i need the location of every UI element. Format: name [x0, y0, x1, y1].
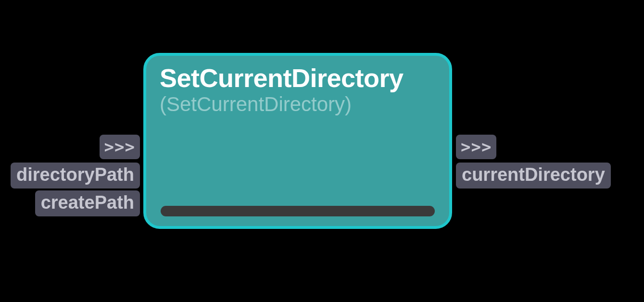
- input-exec-port[interactable]: >>>: [100, 135, 140, 159]
- input-port-directoryPath[interactable]: directoryPath: [11, 163, 140, 189]
- output-port-currentDirectory[interactable]: currentDirectory: [456, 163, 611, 189]
- node-subtitle: (SetCurrentDirectory): [160, 93, 436, 116]
- node-set-current-directory[interactable]: SetCurrentDirectory (SetCurrentDirectory…: [143, 53, 452, 229]
- node-title: SetCurrentDirectory: [160, 64, 436, 92]
- node-graph-canvas[interactable]: SetCurrentDirectory (SetCurrentDirectory…: [0, 0, 644, 302]
- input-port-createPath[interactable]: createPath: [35, 190, 140, 216]
- output-exec-port[interactable]: >>>: [456, 135, 496, 159]
- node-footer-bar: [161, 206, 435, 216]
